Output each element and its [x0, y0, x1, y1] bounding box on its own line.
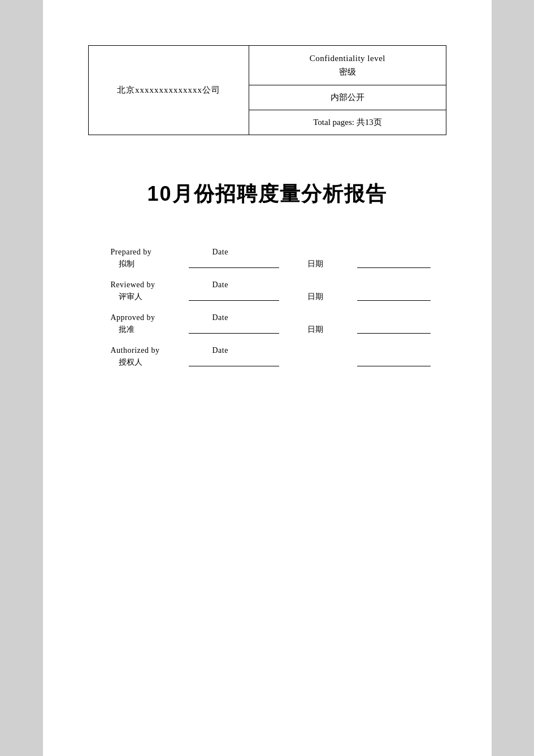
- date-line-4: [357, 366, 431, 366]
- signature-section: Prepared by Date 拟制 日期 Reviewed by Date …: [88, 248, 446, 368]
- internal-label-cell: 内部公开: [249, 85, 446, 110]
- prepared-by-group: Prepared by Date 拟制 日期: [111, 248, 446, 269]
- page: 北京xxxxxxxxxxxxxx公司 Confidentiality level…: [43, 0, 492, 756]
- approved-by-en-row: Approved by Date: [111, 313, 446, 322]
- reviewed-by-group: Reviewed by Date 评审人 日期: [111, 280, 446, 302]
- company-name: 北京xxxxxxxxxxxxxx公司: [117, 85, 220, 94]
- total-pages-label: Total pages: 共13页: [313, 118, 381, 127]
- date-cn-3: 日期: [307, 325, 353, 335]
- confidentiality-cell: Confidentiality level 密级: [249, 46, 446, 85]
- prepared-by-en: Prepared by: [111, 248, 184, 257]
- total-pages-cell: Total pages: 共13页: [249, 110, 446, 135]
- date-line-2: [357, 300, 431, 301]
- header-table: 北京xxxxxxxxxxxxxx公司 Confidentiality level…: [88, 45, 446, 135]
- internal-label: 内部公开: [331, 93, 364, 102]
- approved-by-cn: 批准: [111, 325, 184, 335]
- approved-by-group: Approved by Date 批准 日期: [111, 313, 446, 335]
- authorized-by-en-row: Authorized by Date: [111, 346, 446, 355]
- authorized-by-line: [189, 366, 279, 366]
- date-cn-1: 日期: [307, 259, 353, 269]
- prepared-by-en-row: Prepared by Date: [111, 248, 446, 257]
- confidentiality-label-cn: 密级: [258, 67, 436, 77]
- main-title: 10月份招聘度量分析报告: [88, 180, 446, 208]
- authorized-by-cn-row: 授权人: [111, 357, 446, 368]
- authorized-by-cn: 授权人: [111, 357, 184, 368]
- date-cn-2: 日期: [307, 292, 353, 302]
- reviewed-by-cn: 评审人: [111, 292, 184, 302]
- title-section: 10月份招聘度量分析报告: [88, 180, 446, 208]
- company-name-cell: 北京xxxxxxxxxxxxxx公司: [88, 46, 249, 135]
- date-line-3: [357, 333, 431, 334]
- approved-by-en: Approved by: [111, 313, 184, 322]
- prepared-by-line: [189, 267, 279, 268]
- date-en-4: Date: [212, 346, 258, 355]
- date-en-3: Date: [212, 313, 258, 322]
- date-en-2: Date: [212, 280, 258, 290]
- reviewed-by-en: Reviewed by: [111, 280, 184, 290]
- authorized-by-group: Authorized by Date 授权人: [111, 346, 446, 368]
- confidentiality-label-en: Confidentiality level: [258, 54, 436, 63]
- date-en-1: Date: [212, 248, 258, 257]
- date-line-1: [357, 267, 431, 268]
- approved-by-line: [189, 333, 279, 334]
- approved-by-cn-row: 批准 日期: [111, 325, 446, 335]
- authorized-by-en: Authorized by: [111, 346, 184, 355]
- reviewed-by-cn-row: 评审人 日期: [111, 292, 446, 302]
- reviewed-by-en-row: Reviewed by Date: [111, 280, 446, 290]
- prepared-by-cn-row: 拟制 日期: [111, 259, 446, 269]
- reviewed-by-line: [189, 300, 279, 301]
- prepared-by-cn: 拟制: [111, 259, 184, 269]
